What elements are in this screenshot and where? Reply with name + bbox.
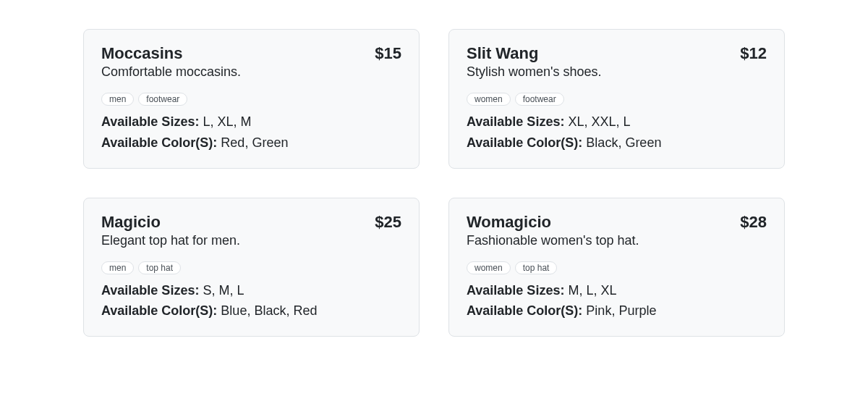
products-grid: Moccasins $15 Comfortable moccasins. men… bbox=[83, 29, 785, 337]
product-colors-line: Available Color(S): Black, Green bbox=[467, 132, 767, 153]
product-tag: men bbox=[101, 93, 134, 106]
card-header: Magicio $25 bbox=[101, 213, 401, 232]
product-card: Magicio $25 Elegant top hat for men. men… bbox=[83, 198, 420, 337]
product-sizes-value: S, M, L bbox=[203, 283, 244, 298]
sizes-label: Available Sizes: bbox=[467, 283, 568, 298]
product-description: Stylish women's shoes. bbox=[467, 64, 767, 80]
sizes-label: Available Sizes: bbox=[101, 283, 203, 298]
product-name: Slit Wang bbox=[467, 44, 538, 63]
product-tag: footwear bbox=[138, 93, 187, 106]
product-tag: women bbox=[467, 93, 511, 106]
product-tag: women bbox=[467, 261, 511, 274]
product-tag: top hat bbox=[138, 261, 181, 274]
product-tags: women top hat bbox=[467, 261, 767, 274]
product-colors-line: Available Color(S): Blue, Black, Red bbox=[101, 300, 401, 321]
product-tag: men bbox=[101, 261, 134, 274]
product-sizes-value: XL, XXL, L bbox=[568, 114, 630, 129]
product-colors-value: Black, Green bbox=[586, 135, 661, 150]
product-description: Fashionable women's top hat. bbox=[467, 233, 767, 248]
product-card: Womagicio $28 Fashionable women's top ha… bbox=[448, 198, 785, 337]
product-sizes-line: Available Sizes: L, XL, M bbox=[101, 111, 401, 132]
product-price: $25 bbox=[375, 213, 401, 232]
product-name: Moccasins bbox=[101, 44, 183, 63]
product-tag: footwear bbox=[515, 93, 564, 106]
card-header: Moccasins $15 bbox=[101, 44, 401, 63]
product-colors-line: Available Color(S): Pink, Purple bbox=[467, 300, 767, 321]
sizes-label: Available Sizes: bbox=[467, 114, 568, 129]
product-sizes-line: Available Sizes: M, L, XL bbox=[467, 280, 767, 301]
sizes-label: Available Sizes: bbox=[101, 114, 203, 129]
product-sizes-value: L, XL, M bbox=[203, 114, 251, 129]
product-description: Elegant top hat for men. bbox=[101, 233, 401, 248]
product-card: Slit Wang $12 Stylish women's shoes. wom… bbox=[448, 29, 785, 169]
product-description: Comfortable moccasins. bbox=[101, 64, 401, 80]
card-header: Womagicio $28 bbox=[467, 213, 767, 232]
colors-label: Available Color(S): bbox=[467, 303, 586, 318]
product-tags: men top hat bbox=[101, 261, 401, 274]
product-name: Womagicio bbox=[467, 213, 551, 232]
colors-label: Available Color(S): bbox=[101, 135, 221, 150]
product-card: Moccasins $15 Comfortable moccasins. men… bbox=[83, 29, 420, 169]
product-tags: women footwear bbox=[467, 93, 767, 106]
colors-label: Available Color(S): bbox=[101, 303, 221, 318]
product-tag: top hat bbox=[515, 261, 558, 274]
colors-label: Available Color(S): bbox=[467, 135, 586, 150]
product-sizes-line: Available Sizes: S, M, L bbox=[101, 280, 401, 301]
product-price: $15 bbox=[375, 44, 401, 63]
product-name: Magicio bbox=[101, 213, 161, 232]
product-sizes-value: M, L, XL bbox=[568, 283, 616, 298]
product-colors-value: Pink, Purple bbox=[586, 303, 656, 318]
product-tags: men footwear bbox=[101, 93, 401, 106]
card-header: Slit Wang $12 bbox=[467, 44, 767, 63]
product-price: $12 bbox=[740, 44, 767, 63]
product-price: $28 bbox=[740, 213, 767, 232]
product-colors-value: Blue, Black, Red bbox=[221, 303, 317, 318]
product-colors-line: Available Color(S): Red, Green bbox=[101, 132, 401, 153]
product-sizes-line: Available Sizes: XL, XXL, L bbox=[467, 111, 767, 132]
product-colors-value: Red, Green bbox=[221, 135, 288, 150]
